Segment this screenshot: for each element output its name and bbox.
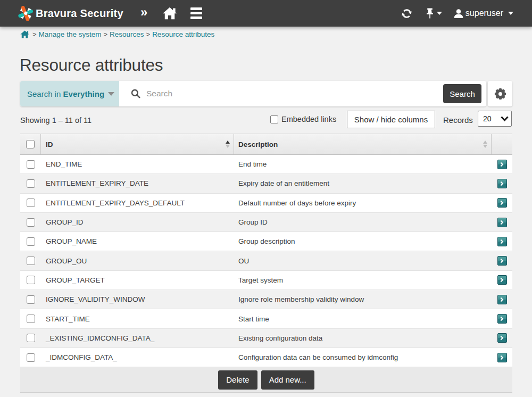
table-row: ENTITLEMENT_EXPIRY_DATE Expiry date of a… (20, 174, 512, 193)
row-checkbox[interactable] (27, 334, 35, 342)
row-checkbox-cell (20, 276, 41, 284)
breadcrumb-link-resources[interactable]: Resources (110, 30, 144, 38)
open-row-button[interactable] (497, 198, 507, 208)
delete-button[interactable]: Delete (218, 370, 257, 390)
open-row-button[interactable] (497, 256, 507, 266)
row-id-cell: IGNORE_VALIDITY_WINDOW (41, 295, 234, 303)
refresh-icon (401, 8, 412, 19)
search-icon (131, 89, 140, 98)
gear-icon (494, 88, 506, 100)
chevron-right-icon (499, 336, 503, 340)
table-row: END_TIME End time (20, 155, 512, 174)
open-row-button[interactable] (497, 237, 507, 246)
refresh-button[interactable] (401, 8, 412, 19)
row-checkbox-cell (20, 315, 41, 323)
home-button[interactable] (162, 7, 177, 20)
brand[interactable]: Bravura Security (18, 6, 123, 21)
row-action-cell (492, 353, 512, 362)
embedded-links-checkbox[interactable] (270, 115, 278, 123)
resource-attributes-table: ID Description END_TIME End time ENTITLE… (20, 134, 512, 393)
row-description-cell: Group description (234, 237, 492, 245)
row-checkbox[interactable] (27, 179, 35, 188)
row-action-cell (492, 256, 512, 266)
row-checkbox-cell (20, 353, 41, 362)
user-icon (454, 9, 463, 18)
menu-bar (190, 16, 202, 19)
open-row-button[interactable] (497, 160, 507, 169)
menu-bar (190, 12, 202, 15)
breadcrumb-separator: > (146, 30, 151, 38)
row-action-cell (492, 218, 512, 227)
row-action-cell (492, 160, 512, 169)
search-scope-prefix: Search in (27, 89, 63, 98)
breadcrumb-separator: > (32, 30, 37, 38)
row-description-cell: OU (234, 257, 492, 265)
records-label: Records (443, 115, 473, 125)
embedded-links-label: Embedded links (281, 115, 336, 123)
table-row: IGNORE_VALIDITY_WINDOW Ignore role membe… (20, 290, 512, 309)
chevron-right-icon (499, 355, 503, 359)
row-action-cell (492, 314, 512, 324)
row-id-cell: END_TIME (41, 160, 234, 168)
column-label-description: Description (238, 140, 278, 148)
row-checkbox[interactable] (27, 237, 35, 246)
row-checkbox[interactable] (27, 315, 35, 323)
search-scope-dropdown[interactable]: Search in Everything (20, 81, 119, 106)
add-new-button[interactable]: Add new... (261, 370, 314, 390)
breadcrumb-separator: > (103, 30, 107, 38)
chevron-right-icon (499, 162, 503, 166)
search-scope-label: Search in Everything (27, 89, 104, 98)
open-row-button[interactable] (497, 275, 507, 285)
sort-icon-id[interactable] (226, 140, 230, 148)
column-header-actions (492, 134, 512, 154)
breadcrumb-link-resource-attributes[interactable]: Resource attributes (152, 30, 214, 38)
column-header-description[interactable]: Description (234, 134, 492, 154)
pin-icon (426, 8, 434, 19)
row-checkbox[interactable] (27, 353, 35, 362)
show-hide-columns-button[interactable]: Show / hide columns (347, 111, 435, 128)
open-row-button[interactable] (497, 353, 507, 362)
collapse-sidebar-button[interactable]: » (140, 6, 147, 21)
search-button[interactable]: Search (443, 84, 481, 103)
row-checkbox[interactable] (27, 257, 35, 265)
breadcrumb-link-manage-the-system[interactable]: Manage the system (39, 30, 102, 38)
menu-button[interactable] (190, 7, 202, 19)
row-description-cell: End time (234, 160, 492, 168)
menu-bar (190, 7, 202, 10)
topbar-right: superuser (401, 8, 513, 19)
open-row-button[interactable] (497, 295, 507, 304)
scope-caret-icon (108, 92, 114, 96)
row-description-cell: Configuration data can be consumed by id… (234, 353, 492, 361)
breadcrumb-home-icon (20, 30, 29, 38)
open-row-button[interactable] (497, 314, 507, 324)
row-checkbox[interactable] (27, 218, 35, 227)
column-header-id[interactable]: ID (41, 134, 234, 154)
open-row-button[interactable] (497, 218, 507, 227)
chevron-right-icon (499, 259, 503, 263)
row-checkbox[interactable] (27, 295, 35, 304)
pin-menu-button[interactable] (426, 8, 442, 19)
search-settings-button[interactable] (488, 81, 512, 106)
row-checkbox-cell (20, 218, 41, 227)
row-id-cell: ENTITLEMENT_EXPIRY_DAYS_DEFAULT (41, 199, 234, 207)
search-input[interactable] (146, 83, 443, 104)
chevron-right-icon (499, 317, 503, 321)
open-row-button[interactable] (497, 333, 507, 343)
table-row: _EXISTING_IDMCONFIG_DATA_ Existing confi… (20, 329, 512, 348)
column-label-id: ID (46, 140, 53, 148)
sort-icon-description[interactable] (483, 140, 487, 148)
open-row-button[interactable] (497, 179, 507, 188)
row-checkbox[interactable] (27, 276, 35, 284)
breadcrumb-home-link[interactable] (20, 30, 29, 38)
bravura-logo-icon (18, 6, 34, 21)
select-all-checkbox[interactable] (26, 140, 35, 148)
table-body: END_TIME End time ENTITLEMENT_EXPIRY_DAT… (20, 155, 512, 367)
row-checkbox[interactable] (27, 160, 35, 169)
row-checkbox-cell (20, 237, 41, 246)
row-description-cell: Ignore role membership validity window (234, 295, 492, 303)
row-description-cell: Group ID (234, 218, 492, 226)
user-menu-button[interactable]: superuser (454, 9, 513, 18)
chevron-right-icon (499, 220, 503, 224)
row-checkbox[interactable] (27, 198, 35, 207)
records-select[interactable]: 20 (478, 111, 512, 127)
